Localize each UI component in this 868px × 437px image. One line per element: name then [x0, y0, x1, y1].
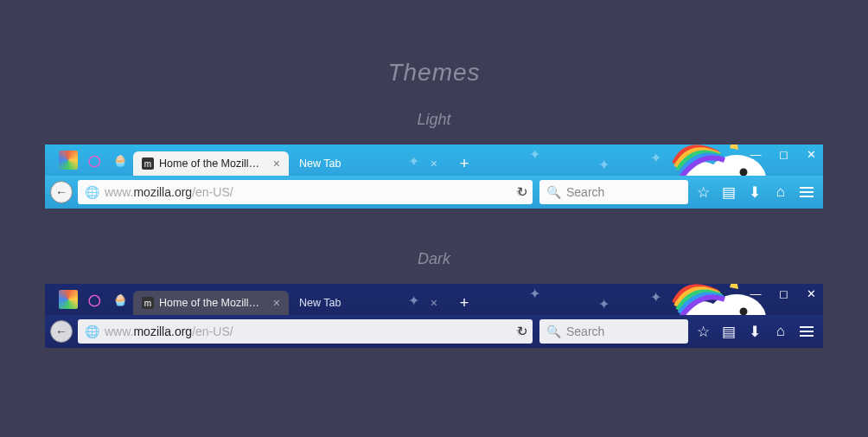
- window-close-button[interactable]: ✕: [804, 287, 818, 299]
- tab-background[interactable]: New Tab ×: [290, 151, 446, 176]
- tab-active[interactable]: m Home of the Mozill… ×: [133, 291, 289, 315]
- pinned-tab-ring-icon[interactable]: ◯: [85, 151, 104, 170]
- tab-label: Home of the Mozill…: [159, 297, 259, 309]
- pinned-tab-tiles-icon[interactable]: [59, 290, 78, 309]
- tab-close-button[interactable]: ×: [273, 296, 280, 310]
- downloads-button[interactable]: ⬇: [744, 181, 766, 203]
- search-placeholder: Search: [566, 185, 604, 199]
- tab-close-button[interactable]: ×: [431, 296, 437, 310]
- svg-point-5: [740, 308, 748, 316]
- globe-icon: 🌐: [85, 325, 99, 338]
- favicon-mozilla-icon: m: [142, 297, 154, 309]
- search-bar[interactable]: 🔍 Search: [539, 319, 688, 344]
- tab-label: New Tab: [299, 157, 341, 170]
- tab-strip: ✦✦ ✦✦ ✦ ◯ 🧁 m Home of the Mozill… × New …: [45, 145, 823, 176]
- tab-label: Home of the Mozill…: [159, 157, 259, 170]
- home-button[interactable]: ⌂: [769, 320, 792, 343]
- bookmark-star-button[interactable]: ☆: [692, 320, 714, 343]
- url-path: /en-US/: [192, 185, 233, 199]
- search-icon: 🔍: [546, 185, 561, 199]
- pinned-tab-cupcake-icon[interactable]: 🧁: [111, 290, 130, 309]
- new-tab-button[interactable]: +: [453, 292, 475, 314]
- toolbar: ← 🌐 www.mozilla.org/en-US/ ▾ ↻ 🔍 Search …: [45, 315, 823, 348]
- svg-point-4: [680, 301, 724, 315]
- menu-button[interactable]: [795, 320, 818, 343]
- toolbar: ← 🌐 www.mozilla.org/en-US/ ▾ ↻ 🔍 Search …: [45, 176, 823, 209]
- theme-label-dark: Dark: [0, 250, 868, 268]
- window-minimize-button[interactable]: —: [749, 287, 763, 299]
- window-controls: — ◻ ✕: [749, 148, 818, 160]
- sidebar-list-button[interactable]: ▤: [718, 181, 740, 203]
- search-placeholder: Search: [566, 325, 604, 338]
- url-host: mozilla.org: [133, 325, 192, 338]
- theme-label-light: Light: [0, 111, 868, 129]
- url-bar[interactable]: 🌐 www.mozilla.org/en-US/ ▾: [78, 319, 533, 344]
- window-minimize-button[interactable]: —: [749, 148, 763, 160]
- url-path: /en-US/: [192, 325, 233, 338]
- tab-strip: ✦✦ ✦✦ ✦ ◯ 🧁 m Home of the Mozill… × New …: [45, 284, 823, 315]
- url-prefix: www.: [105, 185, 133, 199]
- browser-dark-theme: ✦✦ ✦✦ ✦ ◯ 🧁 m Home of the Mozill… × New …: [45, 284, 823, 348]
- tab-close-button[interactable]: ×: [431, 157, 437, 170]
- tab-active[interactable]: m Home of the Mozill… ×: [133, 151, 289, 176]
- url-host: mozilla.org: [133, 185, 192, 199]
- svg-point-1: [680, 162, 724, 176]
- page-title: Themes: [0, 59, 868, 87]
- pinned-tab-ring-icon[interactable]: ◯: [85, 290, 104, 309]
- home-button[interactable]: ⌂: [769, 181, 792, 203]
- pinned-tab-cupcake-icon[interactable]: 🧁: [111, 151, 130, 170]
- new-tab-button[interactable]: +: [453, 152, 475, 175]
- url-bar[interactable]: 🌐 www.mozilla.org/en-US/ ▾: [78, 180, 533, 204]
- globe-icon: 🌐: [85, 185, 99, 199]
- downloads-button[interactable]: ⬇: [744, 320, 766, 343]
- back-button[interactable]: ←: [50, 181, 73, 203]
- sidebar-list-button[interactable]: ▤: [718, 320, 740, 343]
- svg-point-2: [740, 169, 748, 177]
- back-button[interactable]: ←: [50, 320, 73, 343]
- reload-button[interactable]: ↻: [514, 324, 531, 339]
- tab-label: New Tab: [299, 297, 341, 309]
- window-maximize-button[interactable]: ◻: [776, 148, 790, 160]
- browser-light-theme: ✦✦ ✦✦ ✦ ◯ 🧁 m Home of the Mozill… × New …: [45, 145, 823, 209]
- pinned-tab-tiles-icon[interactable]: [59, 151, 78, 170]
- tab-background[interactable]: New Tab ×: [290, 291, 446, 315]
- search-bar[interactable]: 🔍 Search: [539, 180, 688, 204]
- bookmark-star-button[interactable]: ☆: [692, 181, 714, 203]
- tab-close-button[interactable]: ×: [273, 157, 280, 170]
- menu-button[interactable]: [795, 181, 818, 203]
- window-controls: — ◻ ✕: [749, 287, 818, 299]
- favicon-mozilla-icon: m: [142, 157, 154, 170]
- window-close-button[interactable]: ✕: [804, 148, 818, 160]
- reload-button[interactable]: ↻: [514, 184, 531, 200]
- url-prefix: www.: [105, 325, 133, 338]
- window-maximize-button[interactable]: ◻: [776, 287, 790, 299]
- search-icon: 🔍: [546, 325, 561, 338]
